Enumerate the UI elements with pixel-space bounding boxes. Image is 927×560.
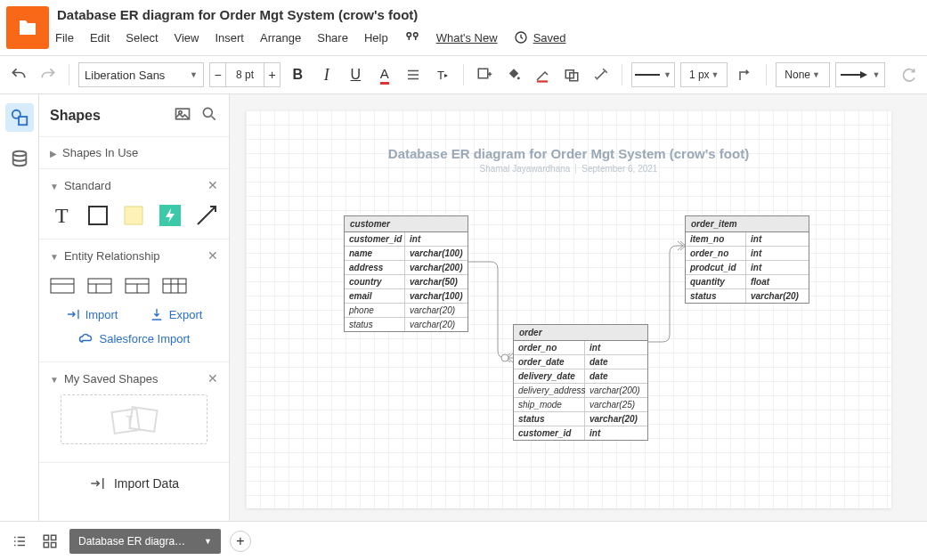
svg-rect-37 <box>52 542 56 547</box>
svg-point-4 <box>517 77 520 79</box>
sidebar-title: Shapes <box>50 108 101 124</box>
saved-status[interactable]: Saved <box>514 30 566 45</box>
magic-button[interactable] <box>589 62 613 87</box>
entity-field: delivery_datedate <box>514 369 647 384</box>
toolbar: Liberation Sans▼ − 8 pt + B I U A T▸ ▼ 1… <box>0 55 927 94</box>
arrow-start-select[interactable]: None▼ <box>776 62 830 87</box>
export-link[interactable]: Export <box>150 307 203 321</box>
line-route-button[interactable] <box>733 62 757 87</box>
border-color-button[interactable] <box>531 62 555 87</box>
underline-button[interactable]: U <box>344 62 368 87</box>
er-shape-2[interactable] <box>87 273 112 298</box>
close-icon[interactable]: ✕ <box>207 248 218 263</box>
entity-customer[interactable]: customer customer_idintnamevarchar(100)a… <box>344 215 468 332</box>
entity-field: emailvarchar(100) <box>345 289 468 304</box>
line-width-select[interactable]: 1 px▼ <box>680 62 728 87</box>
note-shape[interactable] <box>122 203 146 228</box>
er-shape-1[interactable] <box>50 273 75 298</box>
revert-button[interactable] <box>896 62 920 87</box>
shapes-sidebar: Shapes ▶Shapes In Use ▼Standard✕ T ▼Enti… <box>39 94 230 521</box>
menu-file[interactable]: File <box>55 31 74 45</box>
svg-point-1 <box>413 33 418 37</box>
app-header: Database ER diagram for Order Mgt System… <box>0 0 927 55</box>
italic-button[interactable]: I <box>315 62 339 87</box>
menu-insert[interactable]: Insert <box>215 31 244 45</box>
menu-select[interactable]: Select <box>126 31 158 45</box>
entity-order[interactable]: order order_nointorder_datedatedelivery_… <box>513 324 648 441</box>
svg-point-0 <box>407 33 411 37</box>
text-color-button[interactable]: A <box>373 62 397 87</box>
menu-share[interactable]: Share <box>317 31 348 45</box>
er-shape-3[interactable] <box>125 273 150 298</box>
entity-field: statusvarchar(20) <box>686 289 809 303</box>
er-shape-4[interactable] <box>162 273 187 298</box>
search-icon[interactable] <box>200 105 218 126</box>
line-style-select[interactable]: ▼ <box>631 62 675 87</box>
text-options-button[interactable]: T▸ <box>431 62 455 87</box>
entity-field: delivery_addressvarchar(200) <box>514 384 647 398</box>
size-minus[interactable]: − <box>210 63 226 86</box>
menu-edit[interactable]: Edit <box>90 31 110 45</box>
shapes-in-use-toggle[interactable]: ▶Shapes In Use <box>50 146 218 159</box>
rect-shape[interactable] <box>86 203 110 228</box>
font-size-stepper[interactable]: − 8 pt + <box>209 62 281 87</box>
entity-field: statusvarchar(20) <box>345 318 468 331</box>
import-data-button[interactable]: Import Data <box>39 462 229 504</box>
canvas-wrap: Database ER diagram for Order Mgt System… <box>230 94 927 521</box>
entity-field: customer_idint <box>345 232 468 247</box>
entity-order-item[interactable]: order_item item_nointorder_nointprodcut_… <box>685 215 809 304</box>
fill-button[interactable] <box>502 62 526 87</box>
salesforce-import-link[interactable]: Salesforce Import <box>50 329 218 353</box>
rail-data-button[interactable] <box>5 144 34 173</box>
app-logo[interactable] <box>6 6 49 49</box>
menu-whatsnew[interactable]: What's New <box>436 31 498 45</box>
diagram-title: Database ER diagram for Order Mgt System… <box>246 146 891 161</box>
svg-rect-34 <box>44 535 48 540</box>
find-icon[interactable] <box>404 29 420 45</box>
arrow-end-select[interactable]: ▼ <box>835 62 886 87</box>
saved-shapes-dropzone[interactable]: T <box>61 394 207 444</box>
menu-view[interactable]: View <box>175 31 199 45</box>
svg-rect-15 <box>89 207 107 224</box>
redo-button[interactable] <box>37 62 61 87</box>
page-tab[interactable]: Database ER diagra…▼ <box>69 529 221 554</box>
rail-shapes-button[interactable] <box>5 103 34 132</box>
font-select[interactable]: Liberation Sans▼ <box>78 62 204 87</box>
grid-view-button[interactable] <box>39 531 61 552</box>
list-view-button[interactable] <box>9 531 30 552</box>
close-icon[interactable]: ✕ <box>207 371 218 386</box>
align-button[interactable] <box>402 62 426 87</box>
arrow-shape[interactable] <box>194 203 218 228</box>
image-icon[interactable] <box>174 105 191 126</box>
entity-field: quantityfloat <box>686 275 809 289</box>
bold-button[interactable]: B <box>286 62 310 87</box>
svg-rect-18 <box>51 279 74 293</box>
shape-add-button[interactable] <box>473 62 497 87</box>
doc-title[interactable]: Database ER diagram for Order Mgt System… <box>55 4 927 26</box>
entity-field: statusvarchar(20) <box>514 412 647 426</box>
saved-shapes-toggle[interactable]: ▼My Saved Shapes✕ <box>50 371 218 386</box>
close-icon[interactable]: ✕ <box>207 178 218 192</box>
svg-point-14 <box>203 108 212 117</box>
add-page-button[interactable]: + <box>230 531 251 552</box>
entity-field: order_datedate <box>514 355 647 369</box>
er-toggle[interactable]: ▼Entity Relationship✕ <box>50 248 218 263</box>
main-area: Shapes ▶Shapes In Use ▼Standard✕ T ▼Enti… <box>0 94 927 521</box>
menu-help[interactable]: Help <box>364 31 388 45</box>
text-shape[interactable]: T <box>50 203 74 228</box>
shape-style-button[interactable] <box>560 62 584 87</box>
canvas[interactable]: Database ER diagram for Order Mgt System… <box>246 110 891 508</box>
bolt-shape[interactable] <box>159 203 183 228</box>
size-plus[interactable]: + <box>264 63 280 86</box>
entity-field: addressvarchar(200) <box>345 261 468 275</box>
menu-arrange[interactable]: Arrange <box>260 31 301 45</box>
entity-field: customer_idint <box>514 426 647 440</box>
entity-field: phonevarchar(20) <box>345 304 468 318</box>
standard-toggle[interactable]: ▼Standard✕ <box>50 178 218 192</box>
undo-button[interactable] <box>7 62 31 87</box>
svg-rect-10 <box>19 117 27 125</box>
diagram-subtitle: Shamal JayawardhanaSeptember 6, 2021 <box>246 164 891 174</box>
import-link[interactable]: Import <box>66 307 118 321</box>
svg-rect-36 <box>44 542 48 547</box>
svg-point-33 <box>501 354 508 361</box>
